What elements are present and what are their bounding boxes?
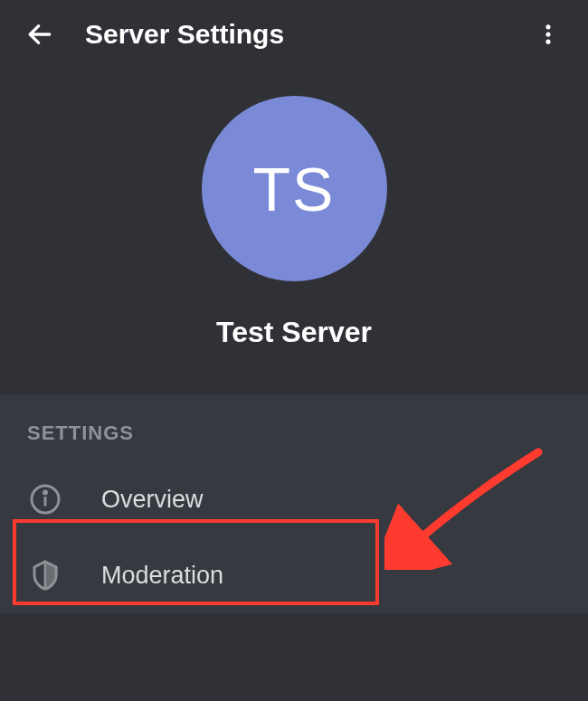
svg-point-1 [545,24,550,29]
settings-section: SETTINGS Overview Moderation [0,394,588,613]
server-info-section: TS Test Server [0,69,588,394]
menu-label-overview: Overview [101,486,204,514]
menu-item-overview[interactable]: Overview [0,461,588,537]
shield-icon [27,557,63,593]
app-header: Server Settings [0,0,588,69]
dots-vertical-icon [536,22,561,47]
svg-point-6 [44,491,47,494]
svg-point-2 [545,32,550,36]
info-icon [27,481,63,517]
server-avatar[interactable]: TS [202,96,387,281]
more-options-button[interactable] [530,16,566,52]
section-header: SETTINGS [0,422,588,461]
arrow-left-icon [25,20,54,49]
back-button[interactable] [22,16,58,52]
menu-item-moderation[interactable]: Moderation [0,537,588,613]
server-name: Test Server [216,316,372,349]
page-title: Server Settings [85,19,530,50]
menu-label-moderation: Moderation [101,562,223,590]
avatar-initials: TS [253,154,336,224]
svg-point-3 [545,40,550,44]
